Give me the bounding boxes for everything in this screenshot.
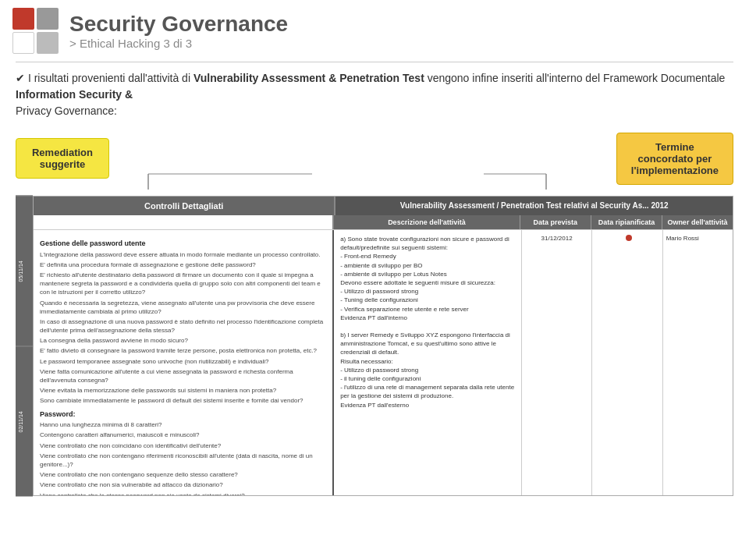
finding-a5: Devono essere adottate le seguenti misur… [340,278,515,287]
lc-item-14: Viene controllato che non contengano rif… [40,452,326,469]
lc-item-5: La consegna della password avviene in mo… [40,336,326,345]
lc-item-12: Contengono caratteri alfanumerici, maius… [40,431,326,439]
lc-item-8: Viene fatta comunicazione all'utente a c… [40,367,326,385]
main-content: ✔ I risultati provenienti dall'attività … [0,62,749,504]
logo-block [12,8,59,54]
intro-bold2: Information Security & [16,88,133,101]
right-owner-col: Mario Rossi [663,230,733,495]
finding-a9: Evidenza PT dall'interno [340,314,515,322]
callout-remediation-line2: suggerite [40,158,86,170]
lc-item-2: E' richiesto all'utente destinatario del… [40,271,326,297]
table-top-headers: Controlli Dettagliati Vulnerability Asse… [34,197,733,215]
logo-row-bottom [12,32,59,54]
side-label-1: 05/11/14 [16,196,33,346]
right-panel-header-title: Vulnerability Assessment / Penetration T… [335,197,733,215]
section-title-passwords: Gestione delle password utente [40,239,326,249]
callout-termine-line1: Termine [655,141,694,153]
col-header-date1: Data prevista [520,215,591,229]
right-subheader: Descrizione dell'attività Data prevista … [34,215,733,230]
finding-b4: - il tuning delle configurazioni [340,374,515,383]
lc-item-15: Viene controllato che non contengano seq… [40,470,326,479]
lc-item-9: Viene evitata la memorizzazione delle pa… [40,386,326,395]
header-text: Security Governance > Ethical Hacking 3 … [69,12,288,50]
lc-item-1: E' definita una procedura formale di ass… [40,261,326,269]
lc-item-11: Hanno una lunghezza minima di 8 caratter… [40,420,326,429]
lc-item-0: L'integrazione della password deve esser… [40,250,326,259]
finding-a3: - ambiente di sviluppo per BO [340,261,515,270]
left-panel: Gestione delle password utente L'integra… [34,230,334,495]
left-panel-content: Gestione delle password utente L'integra… [34,230,332,495]
logo-square-red [12,8,34,30]
lc-item-13: Viene controllato che non coincidano con… [40,441,326,450]
finding-b6: Evidenza PT dall'esterno [340,401,515,409]
date-dot-indicator [626,235,632,241]
table-main: Controlli Dettagliati Vulnerability Asse… [33,196,733,496]
finding-b2: Risulta necessario: [340,357,515,366]
col-header-desc: Descrizione dell'attività [334,215,520,229]
callout-remediation-line1: Remediation [32,147,93,158]
logo-square-white [12,32,34,54]
lc-item-3: Quando è necessaria la segretezza, viene… [40,299,326,316]
left-panel-header: Controlli Dettagliati [34,197,335,215]
callout-remediation: Remediation suggerite [16,138,109,179]
right-panel: a) Sono state trovate configurazioni non… [334,230,733,495]
lc-item-4: In caso di assegnazione di una nuova pas… [40,317,326,335]
side-labels: 05/11/14 02/11/14 [16,196,33,496]
intro-text: ✔ I risultati provenienti dall'attività … [16,70,733,119]
table-wrapper: 05/11/14 02/11/14 Controlli Dettagliati … [16,196,733,496]
section-title-pw: Password: [40,409,326,420]
header: Security Governance > Ethical Hacking 3 … [0,0,749,62]
lc-item-6: E' fatto divieto di consegnare la passwo… [40,346,326,355]
lc-item-16: Viene controllato che non sia vulnerabil… [40,480,326,489]
intro-part2: vengono infine inseriti all'interno del … [424,72,726,84]
side-label-2: 02/11/14 [16,346,33,497]
finding-b3: - Utilizzo di password strong [340,366,515,374]
intro-part1: ✔ I risultati provenienti dall'attività … [16,72,193,84]
logo-square-lightgray [37,32,59,54]
right-subheader-cols: Descrizione dell'attività Data prevista … [334,215,733,229]
finding-a4: - ambiente di sviluppo per Lotus Notes [340,270,515,278]
page-title: Security Governance [69,12,288,37]
page-subtitle: > Ethical Hacking 3 di 3 [69,37,288,50]
finding-b1: b) I server Remedy e Sviluppo XYZ espong… [340,331,515,357]
finding-b5: - l'utilizzo di una rete di management s… [340,383,515,400]
owner-value-1: Mario Rossi [666,235,699,242]
intro-part3: Privacy Governance: [16,105,117,117]
callout-region: Remediation suggerite Termine concordato… [16,127,733,190]
col-header-date2: Data ripianificata [591,215,662,229]
lc-item-7: Le password temporanee assegnate sono un… [40,357,326,366]
lc-item-10: Sono cambiate immediatamente le password… [40,396,326,405]
left-subheader-spacer [34,215,334,229]
finding-a8: - Verifica separazione rete utente e ret… [340,305,515,314]
callout-termine-line3: l'implementazione [631,165,719,176]
finding-a1: a) Sono state trovate configurazioni non… [340,235,515,252]
finding-a6: - Utilizzo di password strong [340,287,515,296]
right-date1-col: 31/12/2012 [522,230,592,495]
col-header-owner: Owner dell'attività [662,215,733,229]
finding-a7: - Tuning delle configurazioni [340,296,515,304]
logo-row-top [12,8,59,30]
table-body: Gestione delle password utente L'integra… [34,230,733,495]
lc-item-17: Viene controllato che la stessa password… [40,491,326,496]
right-date2-col [592,230,662,495]
intro-bold1: Vulnerability Assessment & Penetration T… [193,72,424,84]
callout-termine-line2: concordato per [638,153,712,165]
logo-square-gray [37,8,59,30]
callout-termine: Termine concordato per l'implementazione [616,133,733,185]
date-value-1: 31/12/2012 [541,235,573,242]
right-desc-col: a) Sono state trovate configurazioni non… [334,230,522,495]
finding-a2: - Front-end Remedy [340,252,515,261]
